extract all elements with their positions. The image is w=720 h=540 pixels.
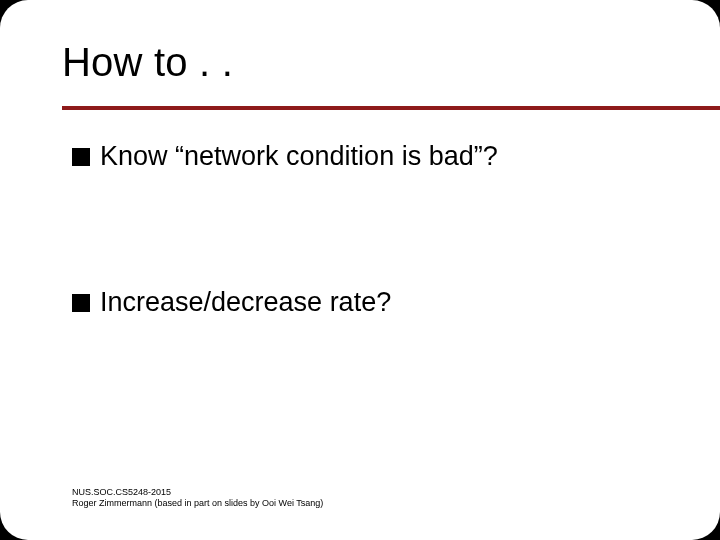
footer-line-2: Roger Zimmermann (based in part on slide… bbox=[72, 498, 323, 510]
bullet-text: Increase/decrease rate? bbox=[100, 286, 391, 320]
title-area: How to . . bbox=[62, 40, 680, 85]
bullet-text: Know “network condition is bad”? bbox=[100, 140, 498, 174]
footer: NUS.SOC.CS5248-2015 Roger Zimmermann (ba… bbox=[72, 487, 323, 510]
square-bullet-icon bbox=[72, 148, 90, 166]
slide: How to . . Know “network condition is ba… bbox=[0, 0, 720, 540]
footer-line-1: NUS.SOC.CS5248-2015 bbox=[72, 487, 323, 499]
bullet-item: Increase/decrease rate? bbox=[72, 286, 660, 320]
bullet-item: Know “network condition is bad”? bbox=[72, 140, 660, 174]
slide-title: How to . . bbox=[62, 40, 680, 85]
square-bullet-icon bbox=[72, 294, 90, 312]
title-underline bbox=[62, 106, 720, 110]
body-area: Know “network condition is bad”? Increas… bbox=[72, 140, 660, 320]
